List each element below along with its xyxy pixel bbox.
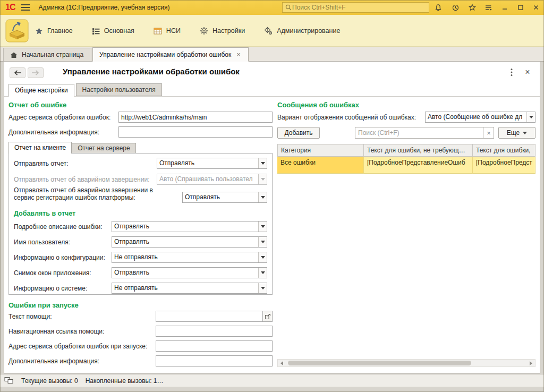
table-search-input[interactable]: [355, 127, 483, 138]
forward-button[interactable]: [28, 67, 44, 78]
scroll-right-icon[interactable]: [527, 360, 535, 367]
history-icon[interactable]: [450, 3, 460, 12]
combo-value: Отправлять: [183, 192, 258, 202]
cell-category[interactable]: Все ошибки: [277, 157, 364, 174]
system-info-combo[interactable]: Не отправлять: [112, 283, 267, 294]
section-error-report: Отчет об ошибке: [8, 101, 66, 109]
send-crash-platform-combo[interactable]: Отправлять: [182, 192, 267, 203]
nav-item-nastroyki[interactable]: Настройки: [200, 27, 245, 35]
startup-service-address-input[interactable]: [156, 340, 273, 352]
global-search-input[interactable]: [292, 4, 427, 11]
service-address-input[interactable]: [118, 112, 273, 123]
forward-icon: [31, 70, 40, 76]
chevron-down-icon[interactable]: [258, 283, 267, 293]
detailed-description-combo[interactable]: Отправлять: [112, 221, 267, 232]
extra-info-label: Дополнительная информация:: [8, 129, 99, 136]
1c-logo: 1С: [5, 3, 15, 12]
config-info-combo[interactable]: Не отправлять: [112, 252, 267, 263]
chevron-down-icon[interactable]: [258, 221, 267, 232]
ribbon-nav: Главное Основная НСИ Настройки Администр…: [35, 15, 340, 47]
help-text-input[interactable]: [156, 311, 263, 322]
tab-close-icon[interactable]: ×: [235, 50, 241, 58]
open-button[interactable]: [263, 311, 273, 322]
nav-link-label: Навигационная ссылка помощи:: [8, 328, 104, 335]
combo-value: Не отправлять: [112, 252, 258, 262]
table-row[interactable]: Все ошибки [ПодробноеПредставлениеОшиб […: [277, 157, 536, 174]
chevron-down-icon[interactable]: [258, 192, 267, 202]
scrollbar-track[interactable]: [286, 360, 527, 367]
send-crash-platform-label: Отправлять отчет об аварийном завершении…: [14, 186, 173, 201]
nav-item-nsi[interactable]: НСИ: [154, 27, 181, 35]
favorites-star-icon[interactable]: [468, 3, 477, 12]
cell-text-no-action[interactable]: [ПодробноеПредставлениеОшиб: [364, 157, 473, 174]
tab-user-settings[interactable]: Настройки пользователя: [76, 83, 162, 96]
column-header-text[interactable]: Текст для ошибки,: [473, 144, 536, 157]
document-tabbar: Начальная страница Управление настройкам…: [0, 47, 544, 62]
extra-info-input[interactable]: [118, 126, 273, 138]
chevron-down-icon[interactable]: [258, 158, 267, 168]
accumulated-calls-text: Накопленные вызовы: 1…: [86, 377, 164, 385]
status-calls-icon: [4, 377, 14, 385]
nav-item-administrirovanie[interactable]: Администрирование: [264, 27, 340, 35]
tab-label: Управление настройками обработки ошибок: [99, 51, 231, 58]
service-menu-icon[interactable]: [483, 3, 493, 12]
chevron-down-icon[interactable]: [258, 268, 267, 278]
nav-link-input[interactable]: [156, 326, 273, 337]
kebab-menu-icon[interactable]: [507, 67, 516, 77]
display-variant-combo[interactable]: Авто (Сообщение об ошибке дл: [425, 112, 536, 123]
tab-general-settings[interactable]: Общие настройки: [8, 84, 74, 97]
back-button[interactable]: [10, 67, 26, 78]
cell-text[interactable]: [ПодробноеПредст: [473, 157, 536, 174]
combo-value: Авто (Сообщение об ошибке дл: [426, 112, 526, 122]
chevron-down-icon: [523, 132, 527, 134]
home-icon: [10, 52, 18, 58]
scrollbar-thumb[interactable]: [288, 361, 471, 365]
app-logo: [5, 19, 29, 44]
horizontal-scrollbar[interactable]: [277, 359, 536, 367]
nav-item-glavnoe[interactable]: Главное: [35, 27, 73, 35]
service-address-label: Адрес сервиса обработки ошибок:: [8, 114, 110, 121]
add-button[interactable]: Добавить: [277, 127, 320, 139]
chevron-down-icon[interactable]: [258, 237, 267, 247]
startup-extra-info-label: Дополнительная информация:: [8, 357, 99, 365]
global-search[interactable]: [282, 2, 429, 13]
screenshot-combo[interactable]: Отправлять: [112, 267, 267, 278]
nav-item-osnovnaya[interactable]: Основная: [92, 27, 134, 35]
nav-item-label: Настройки: [212, 27, 245, 35]
more-button[interactable]: Еще: [498, 127, 536, 139]
report-tabs: Отчет на клиенте Отчет на сервере: [8, 142, 136, 154]
chevron-down-icon[interactable]: [526, 112, 535, 122]
send-crash-report-combo[interactable]: Авто (Спрашивать пользовател: [157, 174, 267, 185]
column-header-text-no-action[interactable]: Текст для ошибки, не требующ…: [364, 144, 473, 157]
tab-home-page[interactable]: Начальная страница: [3, 48, 91, 61]
combo-value: Не отправлять: [112, 283, 258, 293]
chevron-down-icon[interactable]: [258, 252, 267, 262]
tab-report-server[interactable]: Отчет на сервере: [72, 143, 135, 154]
startup-service-address-label: Адрес сервиса обработки ошибок при запус…: [8, 343, 147, 350]
column-header-category[interactable]: Категория: [277, 144, 364, 157]
nav-item-label: НСИ: [166, 27, 181, 35]
window-title: Админка (1С:Предприятие, учебная версия): [38, 4, 169, 11]
bell-icon[interactable]: [434, 3, 443, 12]
section-startup-errors: Ошибки при запуске: [8, 301, 79, 309]
page-close-icon[interactable]: ×: [523, 67, 532, 77]
hamburger-menu-icon[interactable]: [21, 4, 30, 11]
close-icon[interactable]: [531, 3, 541, 12]
list-icon: [92, 27, 100, 35]
startup-extra-info-input[interactable]: [156, 355, 273, 367]
chevron-down-icon[interactable]: [258, 174, 267, 184]
section-error-messages: Сообщения об ошибках: [277, 101, 359, 109]
user-name-combo[interactable]: Отправлять: [112, 236, 267, 248]
search-clear-icon[interactable]: ×: [483, 127, 494, 138]
tab-report-client[interactable]: Отчет на клиенте: [8, 142, 72, 154]
maximize-icon[interactable]: [516, 3, 525, 12]
send-report-combo[interactable]: Отправлять: [157, 158, 267, 169]
table-icon: [154, 27, 162, 35]
table-search[interactable]: ×: [355, 127, 494, 139]
minimize-icon[interactable]: [500, 3, 509, 12]
table-header: Категория Текст для ошибки, не требующ… …: [277, 144, 536, 157]
nav-item-label: Главное: [47, 27, 73, 35]
scroll-left-icon[interactable]: [278, 360, 286, 367]
app-window: 1С Админка (1С:Предприятие, учебная верс…: [0, 0, 544, 392]
tab-error-settings[interactable]: Управление настройками обработки ошибок …: [92, 47, 249, 62]
